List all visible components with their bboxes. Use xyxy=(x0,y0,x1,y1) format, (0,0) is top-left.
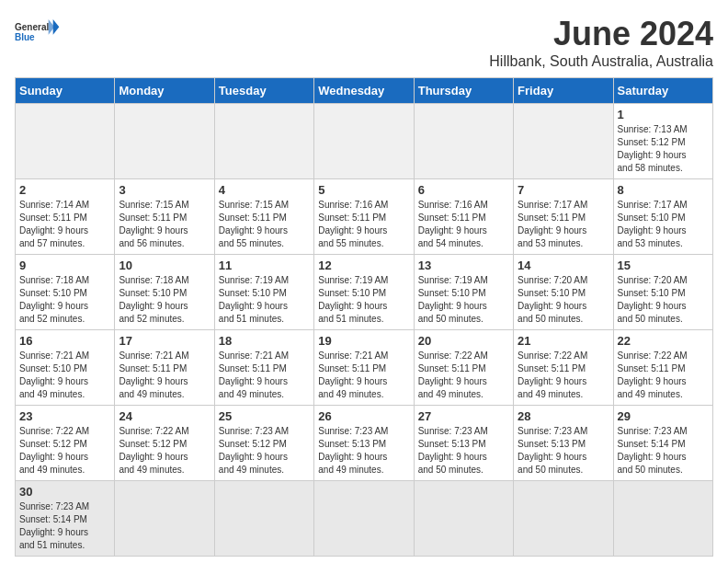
calendar-cell: 7Sunrise: 7:17 AM Sunset: 5:11 PM Daylig… xyxy=(514,179,613,255)
day-number: 10 xyxy=(119,259,210,272)
calendar-cell: 6Sunrise: 7:16 AM Sunset: 5:11 PM Daylig… xyxy=(414,179,513,255)
calendar-cell: 30Sunrise: 7:23 AM Sunset: 5:14 PM Dayli… xyxy=(16,481,115,557)
day-header: Saturday xyxy=(613,78,712,104)
month-title: June 2024 xyxy=(489,15,713,53)
week-row: 30Sunrise: 7:23 AM Sunset: 5:14 PM Dayli… xyxy=(16,481,713,557)
day-info: Sunrise: 7:14 AM Sunset: 5:11 PM Dayligh… xyxy=(19,199,110,250)
calendar-cell xyxy=(613,481,712,557)
calendar-cell: 27Sunrise: 7:23 AM Sunset: 5:13 PM Dayli… xyxy=(414,406,513,481)
day-number: 28 xyxy=(518,409,609,423)
svg-text:Blue: Blue xyxy=(15,32,35,42)
calendar-cell xyxy=(115,481,214,557)
day-number: 15 xyxy=(618,259,709,272)
logo: General Blue xyxy=(15,15,61,52)
day-number: 23 xyxy=(19,409,110,423)
day-number: 9 xyxy=(19,259,110,272)
day-info: Sunrise: 7:21 AM Sunset: 5:11 PM Dayligh… xyxy=(119,350,210,401)
day-info: Sunrise: 7:15 AM Sunset: 5:11 PM Dayligh… xyxy=(119,199,210,250)
day-info: Sunrise: 7:18 AM Sunset: 5:10 PM Dayligh… xyxy=(19,274,110,326)
calendar-cell: 14Sunrise: 7:20 AM Sunset: 5:10 PM Dayli… xyxy=(514,255,613,330)
calendar-cell: 20Sunrise: 7:22 AM Sunset: 5:11 PM Dayli… xyxy=(414,330,513,406)
calendar-cell: 22Sunrise: 7:22 AM Sunset: 5:11 PM Dayli… xyxy=(613,330,712,406)
day-info: Sunrise: 7:21 AM Sunset: 5:11 PM Dayligh… xyxy=(318,350,409,401)
day-number: 21 xyxy=(518,334,609,348)
day-number: 5 xyxy=(318,183,409,197)
calendar-cell: 13Sunrise: 7:19 AM Sunset: 5:10 PM Dayli… xyxy=(414,255,513,330)
calendar-cell xyxy=(115,104,214,179)
day-header: Friday xyxy=(514,78,613,104)
day-info: Sunrise: 7:23 AM Sunset: 5:14 PM Dayligh… xyxy=(19,500,110,552)
day-info: Sunrise: 7:22 AM Sunset: 5:11 PM Dayligh… xyxy=(418,350,509,401)
calendar-cell: 23Sunrise: 7:22 AM Sunset: 5:12 PM Dayli… xyxy=(16,406,115,481)
calendar-cell: 17Sunrise: 7:21 AM Sunset: 5:11 PM Dayli… xyxy=(115,330,214,406)
day-number: 14 xyxy=(518,259,609,272)
calendar-cell: 26Sunrise: 7:23 AM Sunset: 5:13 PM Dayli… xyxy=(314,406,414,481)
calendar-cell xyxy=(414,481,513,557)
calendar-cell: 18Sunrise: 7:21 AM Sunset: 5:11 PM Dayli… xyxy=(214,330,313,406)
day-number: 24 xyxy=(119,409,210,423)
day-number: 11 xyxy=(219,259,310,272)
calendar-cell xyxy=(314,104,414,179)
day-number: 4 xyxy=(219,183,310,197)
day-header: Wednesday xyxy=(314,78,414,104)
calendar-cell: 10Sunrise: 7:18 AM Sunset: 5:10 PM Dayli… xyxy=(115,255,214,330)
day-info: Sunrise: 7:16 AM Sunset: 5:11 PM Dayligh… xyxy=(318,199,409,250)
day-info: Sunrise: 7:17 AM Sunset: 5:11 PM Dayligh… xyxy=(518,199,609,250)
day-info: Sunrise: 7:21 AM Sunset: 5:10 PM Dayligh… xyxy=(19,350,110,401)
week-row: 16Sunrise: 7:21 AM Sunset: 5:10 PM Dayli… xyxy=(16,330,713,406)
calendar-cell xyxy=(214,104,313,179)
day-header: Sunday xyxy=(16,78,115,104)
day-number: 27 xyxy=(418,409,509,423)
title-block: June 2024 Hillbank, South Australia, Aus… xyxy=(489,15,713,70)
calendar-cell: 28Sunrise: 7:23 AM Sunset: 5:13 PM Dayli… xyxy=(514,406,613,481)
calendar-cell: 3Sunrise: 7:15 AM Sunset: 5:11 PM Daylig… xyxy=(115,179,214,255)
calendar-cell: 5Sunrise: 7:16 AM Sunset: 5:11 PM Daylig… xyxy=(314,179,414,255)
day-info: Sunrise: 7:19 AM Sunset: 5:10 PM Dayligh… xyxy=(219,274,310,326)
day-number: 3 xyxy=(119,183,210,197)
day-info: Sunrise: 7:16 AM Sunset: 5:11 PM Dayligh… xyxy=(418,199,509,250)
day-info: Sunrise: 7:23 AM Sunset: 5:13 PM Dayligh… xyxy=(518,425,609,477)
day-info: Sunrise: 7:22 AM Sunset: 5:12 PM Dayligh… xyxy=(19,425,110,477)
day-info: Sunrise: 7:19 AM Sunset: 5:10 PM Dayligh… xyxy=(318,274,409,326)
day-number: 7 xyxy=(518,183,609,197)
day-info: Sunrise: 7:13 AM Sunset: 5:12 PM Dayligh… xyxy=(618,123,709,175)
calendar-cell: 9Sunrise: 7:18 AM Sunset: 5:10 PM Daylig… xyxy=(16,255,115,330)
day-number: 16 xyxy=(19,334,110,348)
day-info: Sunrise: 7:21 AM Sunset: 5:11 PM Dayligh… xyxy=(219,350,310,401)
day-info: Sunrise: 7:23 AM Sunset: 5:13 PM Dayligh… xyxy=(318,425,409,477)
day-number: 8 xyxy=(618,183,709,197)
day-info: Sunrise: 7:20 AM Sunset: 5:10 PM Dayligh… xyxy=(518,274,609,326)
day-info: Sunrise: 7:19 AM Sunset: 5:10 PM Dayligh… xyxy=(418,274,509,326)
calendar-cell xyxy=(514,481,613,557)
day-number: 1 xyxy=(618,108,709,121)
week-row: 9Sunrise: 7:18 AM Sunset: 5:10 PM Daylig… xyxy=(16,255,713,330)
day-number: 12 xyxy=(318,259,409,272)
calendar-cell: 16Sunrise: 7:21 AM Sunset: 5:10 PM Dayli… xyxy=(16,330,115,406)
week-row: 23Sunrise: 7:22 AM Sunset: 5:12 PM Dayli… xyxy=(16,406,713,481)
calendar-table: SundayMondayTuesdayWednesdayThursdayFrid… xyxy=(15,77,713,557)
calendar-cell xyxy=(16,104,115,179)
day-info: Sunrise: 7:23 AM Sunset: 5:14 PM Dayligh… xyxy=(618,425,709,477)
day-header: Monday xyxy=(115,78,214,104)
logo-svg: General Blue xyxy=(15,15,61,52)
calendar-cell: 11Sunrise: 7:19 AM Sunset: 5:10 PM Dayli… xyxy=(214,255,313,330)
calendar-cell: 29Sunrise: 7:23 AM Sunset: 5:14 PM Dayli… xyxy=(613,406,712,481)
calendar-cell: 1Sunrise: 7:13 AM Sunset: 5:12 PM Daylig… xyxy=(613,104,712,179)
calendar-cell: 4Sunrise: 7:15 AM Sunset: 5:11 PM Daylig… xyxy=(214,179,313,255)
day-number: 22 xyxy=(618,334,709,348)
day-number: 6 xyxy=(418,183,509,197)
week-row: 2Sunrise: 7:14 AM Sunset: 5:11 PM Daylig… xyxy=(16,179,713,255)
day-number: 2 xyxy=(19,183,110,197)
calendar-cell: 24Sunrise: 7:22 AM Sunset: 5:12 PM Dayli… xyxy=(115,406,214,481)
calendar-cell xyxy=(414,104,513,179)
calendar-cell xyxy=(314,481,414,557)
day-number: 30 xyxy=(19,485,110,499)
day-info: Sunrise: 7:23 AM Sunset: 5:12 PM Dayligh… xyxy=(219,425,310,477)
day-number: 13 xyxy=(418,259,509,272)
calendar-cell: 8Sunrise: 7:17 AM Sunset: 5:10 PM Daylig… xyxy=(613,179,712,255)
day-header: Thursday xyxy=(414,78,513,104)
day-number: 17 xyxy=(119,334,210,348)
calendar-cell xyxy=(514,104,613,179)
day-info: Sunrise: 7:22 AM Sunset: 5:11 PM Dayligh… xyxy=(518,350,609,401)
calendar-cell: 15Sunrise: 7:20 AM Sunset: 5:10 PM Dayli… xyxy=(613,255,712,330)
